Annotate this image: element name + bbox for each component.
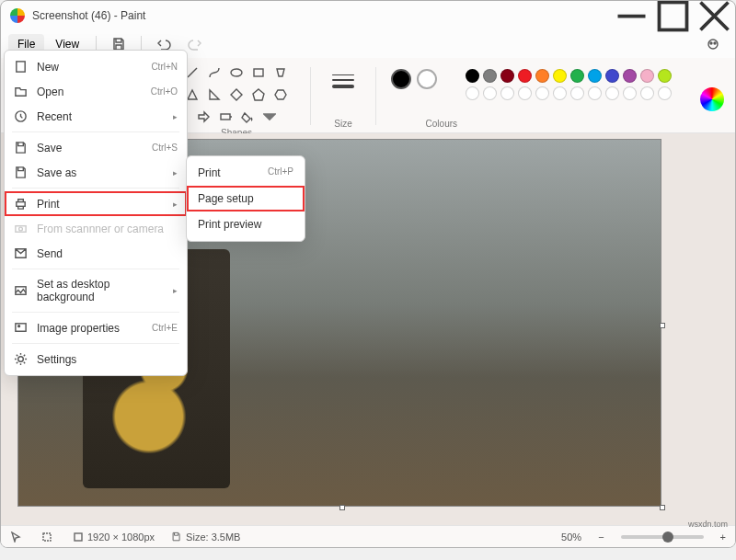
svg-rect-0 bbox=[660, 2, 687, 29]
colour-swatch[interactable] bbox=[500, 69, 514, 83]
menu-save-as[interactable]: Save as▸ bbox=[5, 160, 187, 185]
svg-rect-16 bbox=[16, 324, 26, 331]
paint-window: Screenshot (46) - Paint File View bbox=[0, 0, 736, 548]
svg-point-18 bbox=[18, 357, 24, 362]
colour-swatch[interactable] bbox=[623, 86, 637, 100]
svg-rect-12 bbox=[17, 202, 25, 207]
svg-rect-8 bbox=[43, 533, 51, 541]
colour-swatch[interactable] bbox=[605, 69, 619, 83]
zoom-out-button[interactable]: − bbox=[598, 531, 604, 543]
colour-swatch[interactable] bbox=[553, 69, 567, 83]
colour-swatch[interactable] bbox=[605, 86, 619, 100]
menu-send[interactable]: Send bbox=[5, 241, 187, 266]
svg-point-1 bbox=[708, 40, 718, 49]
menu-open[interactable]: OpenCtrl+O bbox=[5, 79, 187, 104]
menu-wallpaper[interactable]: Set as desktop background▸ bbox=[5, 272, 187, 309]
shape-polygon-icon[interactable] bbox=[271, 63, 290, 82]
shape-diamond-icon[interactable] bbox=[227, 86, 246, 104]
menu-settings[interactable]: Settings bbox=[5, 347, 187, 371]
window-title: Screenshot (46) - Paint bbox=[32, 9, 611, 22]
ribbon-shapes-group: Shapes bbox=[172, 62, 301, 131]
menu-scanner: From scannner or camera bbox=[5, 216, 187, 241]
image-dims: 1920 × 1080px bbox=[73, 531, 155, 543]
zoom-slider[interactable] bbox=[621, 535, 704, 539]
close-button[interactable] bbox=[694, 1, 735, 30]
watermark: wsxdn.tom bbox=[688, 520, 728, 529]
colour-swatch[interactable] bbox=[518, 69, 532, 83]
colour-swatch[interactable] bbox=[466, 86, 479, 100]
shape-outline-icon[interactable] bbox=[216, 108, 235, 126]
svg-point-3 bbox=[714, 42, 716, 44]
colour1-swatch[interactable] bbox=[391, 69, 411, 89]
menu-recent[interactable]: Recent▸ bbox=[5, 104, 187, 129]
cursor-pos-icon bbox=[10, 531, 25, 543]
ribbon-size-group: Size bbox=[320, 62, 366, 131]
shape-curve-icon[interactable] bbox=[205, 63, 224, 82]
colour-swatch[interactable] bbox=[570, 69, 584, 83]
titlebar: Screenshot (46) - Paint bbox=[1, 1, 735, 30]
submenu-print-preview[interactable]: Print preview bbox=[187, 211, 305, 237]
resize-handle-se[interactable] bbox=[660, 505, 665, 510]
menu-save[interactable]: SaveCtrl+S bbox=[5, 135, 187, 160]
colour-swatch[interactable] bbox=[658, 86, 672, 100]
colour-swatch[interactable] bbox=[535, 69, 549, 83]
colour-swatch[interactable] bbox=[500, 86, 514, 100]
svg-rect-7 bbox=[221, 114, 230, 120]
colour-swatch[interactable] bbox=[640, 69, 654, 83]
shape-rect-icon[interactable] bbox=[249, 63, 268, 82]
print-submenu: PrintCtrl+P Page setup Print preview bbox=[186, 155, 305, 242]
copilot-icon[interactable] bbox=[698, 32, 728, 56]
menu-new[interactable]: NewCtrl+N bbox=[5, 54, 187, 79]
colour-swatch[interactable] bbox=[588, 86, 602, 100]
minimize-button[interactable] bbox=[611, 1, 652, 30]
ribbon-colours-group: Colours bbox=[385, 62, 730, 131]
svg-point-5 bbox=[231, 69, 242, 76]
submenu-page-setup[interactable]: Page setup bbox=[187, 186, 305, 211]
svg-rect-9 bbox=[75, 533, 82, 541]
svg-point-14 bbox=[19, 227, 23, 231]
shape-arrow-icon[interactable] bbox=[194, 108, 213, 126]
shape-pentagon-icon[interactable] bbox=[249, 86, 268, 104]
zoom-in-button[interactable]: + bbox=[720, 531, 726, 543]
submenu-print[interactable]: PrintCtrl+P bbox=[187, 160, 305, 186]
colour-swatch[interactable] bbox=[553, 86, 567, 100]
maximize-button[interactable] bbox=[652, 1, 694, 30]
shape-more-icon[interactable] bbox=[260, 108, 279, 126]
colour-swatch[interactable] bbox=[483, 86, 497, 100]
menu-print[interactable]: Print▸ bbox=[5, 191, 187, 216]
colour2-swatch[interactable] bbox=[417, 69, 437, 89]
colour-swatch[interactable] bbox=[588, 69, 602, 83]
colour-swatch[interactable] bbox=[466, 69, 479, 83]
colour-swatch[interactable] bbox=[518, 86, 532, 100]
menu-image-properties[interactable]: Image propertiesCtrl+E bbox=[5, 315, 187, 340]
file-size: Size: 3.5MB bbox=[171, 531, 240, 543]
size-button[interactable] bbox=[326, 63, 361, 98]
resize-handle-s[interactable] bbox=[339, 505, 345, 510]
svg-rect-6 bbox=[254, 69, 263, 76]
palette bbox=[466, 69, 672, 100]
svg-rect-10 bbox=[17, 62, 25, 72]
app-icon bbox=[10, 8, 25, 23]
edit-colours-icon[interactable] bbox=[700, 87, 724, 111]
zoom-level: 50% bbox=[561, 531, 581, 543]
shape-rtri-icon[interactable] bbox=[205, 86, 224, 104]
colour-swatch[interactable] bbox=[623, 69, 637, 83]
selection-icon bbox=[41, 531, 56, 543]
colour-swatch[interactable] bbox=[535, 86, 549, 100]
colour-swatch[interactable] bbox=[570, 86, 584, 100]
statusbar: 1920 × 1080px Size: 3.5MB 50% − + bbox=[1, 525, 735, 547]
shape-oval-icon[interactable] bbox=[227, 63, 246, 82]
shape-hexagon-icon[interactable] bbox=[271, 86, 290, 104]
colour-swatch[interactable] bbox=[640, 86, 654, 100]
svg-point-2 bbox=[710, 42, 712, 44]
shape-fill-icon[interactable] bbox=[238, 108, 257, 126]
file-menu: NewCtrl+N OpenCtrl+O Recent▸ SaveCtrl+S … bbox=[4, 50, 188, 376]
colour-swatch[interactable] bbox=[658, 69, 672, 83]
colour-swatch[interactable] bbox=[483, 69, 497, 83]
resize-handle-e[interactable] bbox=[660, 323, 665, 328]
svg-point-17 bbox=[18, 326, 20, 327]
